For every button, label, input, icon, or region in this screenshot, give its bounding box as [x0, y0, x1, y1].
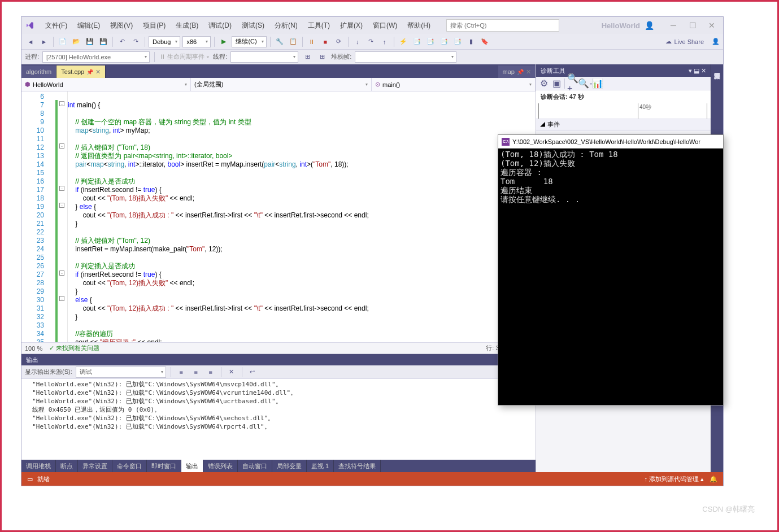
diag-btn2[interactable]: 📊 — [592, 78, 603, 89]
save-button[interactable]: 💾 — [84, 36, 95, 47]
menu-item[interactable]: 生成(B) — [171, 19, 203, 33]
out-btn-2[interactable]: ≡ — [190, 367, 202, 378]
zoom-out-icon[interactable]: 🔍- — [580, 78, 591, 89]
bottom-tab[interactable]: 即时窗口 — [147, 460, 181, 472]
pin-icon[interactable]: 📌 — [517, 69, 524, 75]
console-output: (Tom, 18)插入成功 : Tom 18 (Tom, 12)插入失败 遍历容… — [498, 149, 723, 405]
zoom-combo[interactable]: 100 % — [25, 345, 42, 352]
bottom-tab[interactable]: 监视 1 — [307, 460, 334, 472]
clear-button[interactable]: ✕ — [226, 367, 237, 378]
code-editor[interactable]: 6789101112131415161718192021222324252627… — [21, 91, 536, 342]
bell-icon[interactable]: 🔔 — [710, 476, 717, 483]
wrap-button[interactable]: ↩ — [247, 367, 258, 378]
nav-scope-combo[interactable]: (全局范围) — [191, 78, 372, 91]
fold-toggle[interactable]: - — [59, 101, 64, 106]
tb-icon-f[interactable]: ▮ — [465, 36, 477, 47]
issues-indicator[interactable]: ✓ 未找到相关问题 — [49, 344, 99, 352]
menu-item[interactable]: 调试(D) — [204, 19, 236, 33]
step-out-button[interactable]: ↑ — [379, 36, 390, 47]
tab-algorithm[interactable]: algorithm — [21, 66, 56, 78]
bottom-tab[interactable]: 自动窗口 — [238, 460, 272, 472]
tab-test-cpp[interactable]: Test.cpp 📌 ✕ — [56, 66, 106, 78]
tab-map[interactable]: map 📌 ✕ — [498, 66, 536, 78]
bottom-tab[interactable]: 命令窗口 — [112, 460, 147, 472]
menu-item[interactable]: 窗口(W) — [368, 19, 402, 33]
nav-project-combo[interactable]: ⬢ HelloWorld — [21, 78, 191, 91]
diag-btn[interactable]: ▣ — [551, 78, 562, 89]
bottom-tab[interactable]: 异常设置 — [78, 460, 112, 472]
menu-item[interactable]: 文件(F) — [41, 19, 72, 33]
tb-icon-g[interactable]: 🔖 — [479, 36, 490, 47]
tb-icon-2[interactable]: 📋 — [288, 36, 299, 47]
bottom-tab[interactable]: 错误列表 — [203, 460, 238, 472]
process-combo[interactable]: [25700] HelloWorld.exe — [42, 51, 150, 63]
platform-combo[interactable]: x86 — [182, 36, 211, 47]
pin-icon[interactable]: 📌 — [86, 69, 93, 75]
search-input[interactable] — [446, 19, 559, 32]
diag-events[interactable]: ◢ 事件 — [536, 119, 711, 130]
close-icon[interactable]: ✕ — [526, 68, 531, 76]
menu-item[interactable]: 测试(S) — [237, 19, 269, 33]
redo-button[interactable]: ↷ — [130, 36, 141, 47]
bottom-tab[interactable]: 输出 — [181, 460, 203, 472]
menu-item[interactable]: 编辑(E) — [73, 19, 105, 33]
out-btn-3[interactable]: ≡ — [205, 367, 216, 378]
step-over-button[interactable]: ↷ — [365, 36, 377, 47]
tb-icon-1[interactable]: 🔧 — [274, 36, 285, 47]
menu-item[interactable]: 分析(N) — [270, 19, 302, 33]
stack-combo[interactable] — [355, 51, 456, 63]
console-titlebar[interactable]: C:\ Y:\002_WorkSpace\002_VS\HelloWorld\H… — [498, 135, 723, 149]
tb-icon-c[interactable]: 📑 — [425, 36, 436, 47]
save-all-button[interactable]: 💾 — [98, 36, 109, 47]
bottom-tab[interactable]: 查找符号结果 — [334, 460, 381, 472]
menu-item[interactable]: 扩展(X) — [336, 19, 367, 33]
undo-button[interactable]: ↶ — [116, 36, 128, 47]
tb-icon-a[interactable]: ⚡ — [398, 36, 409, 47]
stop-button[interactable]: ■ — [320, 36, 331, 47]
continue-button[interactable]: 继续(C) — [232, 36, 266, 47]
menu-item[interactable]: 视图(V) — [106, 19, 137, 33]
live-share-button[interactable]: ☁ Live Share 👤 — [665, 38, 720, 45]
output-content[interactable]: "HelloWorld.exe"(Win32): 已加载"C:\Windows\… — [21, 379, 536, 460]
user-badge-icon[interactable]: 👤 — [712, 38, 720, 45]
menu-item[interactable]: 项目(P) — [138, 19, 170, 33]
step-into-button[interactable]: ↓ — [352, 36, 363, 47]
thread-icon2[interactable]: ⊞ — [316, 51, 328, 63]
forward-button[interactable]: ► — [38, 36, 50, 47]
fold-toggle[interactable]: - — [59, 296, 64, 301]
fold-toggle[interactable]: - — [59, 186, 64, 191]
close-icon[interactable]: ✕ — [95, 68, 101, 76]
close-button[interactable]: ✕ — [704, 19, 720, 32]
gear-icon[interactable]: ⚙ — [538, 78, 550, 89]
tb-icon-e[interactable]: 📑 — [452, 36, 463, 47]
open-button[interactable]: 📂 — [71, 36, 82, 47]
output-source-combo[interactable]: 调试 — [76, 367, 166, 378]
fold-toggle[interactable]: - — [59, 143, 64, 149]
config-combo[interactable]: Debug — [149, 36, 180, 47]
bottom-tab[interactable]: 调用堆栈 — [21, 460, 56, 472]
user-icon[interactable]: 👤 — [645, 21, 654, 30]
bottom-tab[interactable]: 断点 — [56, 460, 78, 472]
fold-toggle[interactable]: - — [59, 271, 64, 276]
tb-icon-d[interactable]: 📑 — [438, 36, 450, 47]
back-button[interactable]: ◄ — [25, 36, 36, 47]
source-control-button[interactable]: ↑ 添加到源代码管理 ▴ — [644, 475, 704, 483]
pause-button[interactable]: ⏸ — [306, 36, 317, 47]
vs-logo-icon — [25, 20, 35, 30]
maximize-button[interactable]: ☐ — [685, 19, 700, 32]
thread-icon[interactable]: ⊞ — [302, 51, 313, 63]
menu-item[interactable]: 帮助(H) — [403, 19, 435, 33]
nav-bar: ⬢ HelloWorld (全局范围) ⊙ main() — [21, 78, 536, 91]
menu-item[interactable]: 工具(T) — [303, 19, 334, 33]
out-btn-1[interactable]: ≡ — [176, 367, 187, 378]
fold-toggle[interactable]: - — [59, 203, 64, 208]
new-file-button[interactable]: 📄 — [57, 36, 68, 47]
minimize-button[interactable]: ─ — [665, 19, 681, 32]
nav-func-combo[interactable]: ⊙ main() — [372, 78, 536, 91]
thread-combo[interactable] — [230, 51, 298, 63]
restart-button[interactable]: ⟳ — [333, 36, 345, 47]
diag-timeline[interactable]: 40秒 — [536, 103, 711, 119]
zoom-in-icon[interactable]: 🔍+ — [567, 78, 578, 89]
tb-icon-b[interactable]: 📑 — [411, 36, 423, 47]
bottom-tab[interactable]: 局部变量 — [272, 460, 307, 472]
